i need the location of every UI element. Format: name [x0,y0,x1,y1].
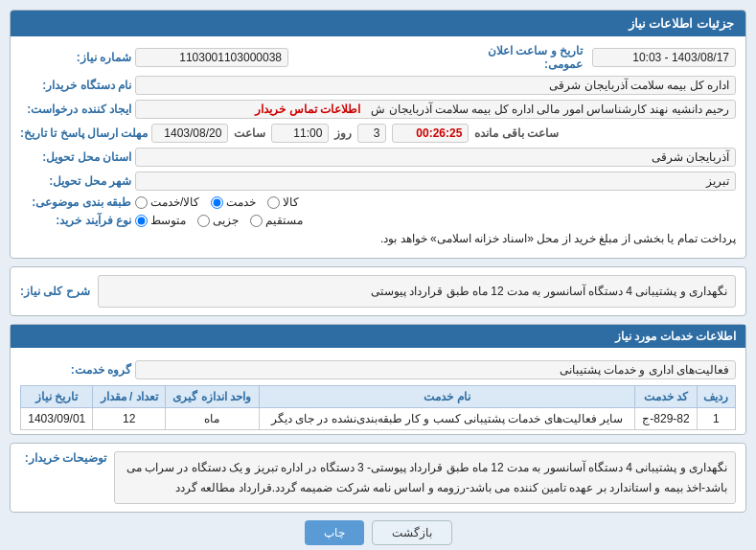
goroh-label: گروه خدمت: [20,363,135,377]
saat-label: ساعت [234,126,265,140]
print-button[interactable]: چاپ [305,520,364,545]
nam-dastgah-value: اداره کل بیمه سلامت آذربایجان شرقی [135,76,736,95]
ijad-value: رحیم دانشیه نهند کارشناساس امور مالی ادا… [135,100,736,119]
radio-khadamat[interactable]: خدمت [211,195,256,209]
col-code: کد خدمت [635,386,697,408]
button-group: بازگشت چاپ [10,520,746,545]
rooz-label: روز [334,126,352,140]
radio-mostaghim[interactable]: مستقیم [250,214,303,227]
ijad-label: ایجاد کننده درخواست: [20,103,135,116]
nooe-radio-group: متوسط جزیی مستقیم [135,214,303,227]
nam-dastgah-label: نام دستگاه خریدار: [20,79,135,92]
contact-link[interactable]: اطلاعات تماس خریدار [255,103,360,116]
mohlat-saat: 11:00 [271,124,329,143]
sharh-koli-label: شرح کلی نیاز: [20,285,90,298]
col-name: نام خدمت [259,386,635,408]
radio-motavaset[interactable]: متوسط [135,214,186,227]
table-row: 1829-82-جسایر فعالیت‌های خدمات پشتیبانی … [21,408,736,430]
tarikh-value: 1403/08/17 - 10:03 [592,48,736,67]
mohlat-baqi: 00:26:25 [392,124,469,143]
shahr-label: شهر محل تحویل: [20,174,135,188]
payment-note: پرداخت تمام یا بخشی از مبلغ خرید از محل … [20,232,736,245]
towzeehat-label: توضیحات خریدار: [20,451,106,465]
back-button[interactable]: بازگشت [372,520,452,545]
tabaqe-label: طبقه بندی موضوعی: [20,195,135,209]
col-tedad: تعداد / مقدار [93,386,165,408]
nooe-label: نوع فرآیند خرید: [20,214,135,227]
baqi-label: ساعت باقی مانده [474,126,559,140]
towzeehat-value: نگهداری و پشتیبانی 4 دستگاه آسانسور به م… [114,451,736,504]
radio-kala-khadamat[interactable]: کالا/خدمت [135,195,199,209]
khadamat-section-header: اطلاعات خدمات مورد نیاز [11,325,745,348]
page-title: جزئیات اطلاعات نیاز [11,11,745,36]
tarikh-label: تاریخ و ساعت اعلان عمومی: [471,44,586,71]
radio-kala[interactable]: کالا [267,195,299,209]
radio-jozyi[interactable]: جزیی [197,214,239,227]
ostan-label: استان محل تحویل: [20,150,135,164]
ostan-value: آذربایجان شرقی [135,148,736,167]
sharh-koli-value: نگهداری و پشتیبانی 4 دستگاه آسانسور به م… [98,275,736,308]
goroh-value: فعالیت‌های اداری و خدمات پشتیبانی [135,360,736,379]
col-unit: واحد اندازه گیری [165,386,259,408]
shomare-label: شماره نیاز: [20,51,135,64]
services-table: ردیف کد خدمت نام خدمت واحد اندازه گیری ت… [20,385,736,430]
col-radif: ردیف [697,386,735,408]
shomare-value: 1103001103000038 [135,48,288,67]
mohlat-rooz: 3 [357,124,386,143]
mohlat-date: 1403/08/20 [151,124,228,143]
mohlat-label: مهلت ارسال پاسخ تا تاریخ: [20,126,151,140]
col-tarikh: تاریخ نیاز [21,386,93,408]
shahr-value: تبریز [135,172,736,191]
tabaqe-radio-group: کالا/خدمت خدمت کالا [135,195,299,209]
